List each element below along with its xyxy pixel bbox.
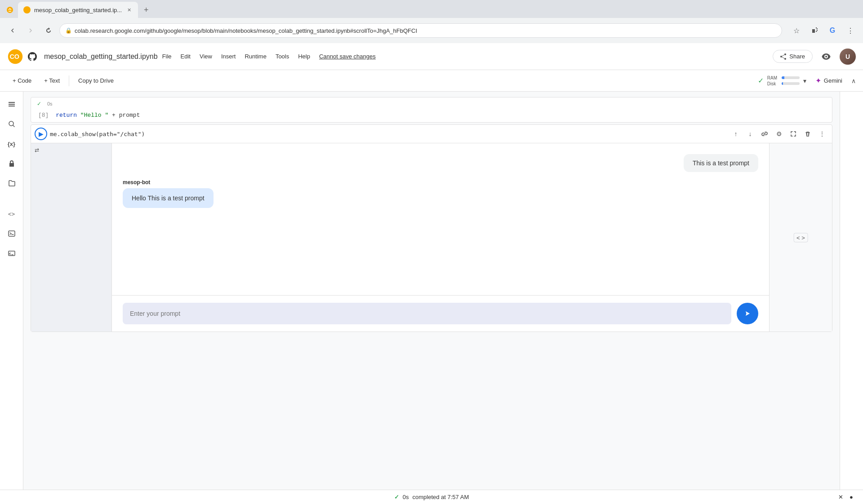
sidebar-icon-variables[interactable]: {x}	[3, 135, 21, 153]
sidebar-icon-terminal[interactable]	[3, 225, 21, 243]
cell-more-btn[interactable]: ⋮	[816, 128, 828, 140]
sidebar-icon-code[interactable]: <>	[3, 205, 21, 223]
ram-bar	[782, 76, 800, 79]
menu-view[interactable]: View	[199, 51, 213, 62]
notebook-content: ✓ 0s [8] return "Hello " + prompt ▶ me.c…	[23, 92, 840, 490]
refresh-btn[interactable]	[41, 23, 56, 38]
svg-text:CO: CO	[9, 53, 19, 60]
menu-runtime[interactable]: Runtime	[244, 51, 267, 62]
chat-input-field[interactable]	[123, 303, 731, 324]
add-code-btn[interactable]: + Code	[7, 75, 37, 87]
bot-message-container: mesop-bot Hello This is a test prompt	[123, 179, 214, 208]
menu-help[interactable]: Help	[297, 51, 311, 62]
left-sidebar: {x} <>	[0, 92, 23, 490]
extensions-btn[interactable]	[807, 23, 822, 38]
menu-insert[interactable]: Insert	[220, 51, 237, 62]
chat-collapse-btn[interactable]: < >	[793, 233, 808, 242]
svg-point-5	[784, 58, 786, 60]
cell-2-code: me.colab_show(path="/chat")	[50, 131, 145, 137]
status-expand-btn[interactable]: ✕	[836, 493, 845, 502]
chat-sidebar-toggle[interactable]: ⇄	[35, 147, 108, 153]
url-text: colab.research.google.com/github/google/…	[75, 27, 417, 34]
share-label: Share	[789, 53, 805, 60]
browser-chrome: mesop_colab_getting_started.ip... ✕ + 🔒 …	[0, 0, 863, 43]
forward-btn[interactable]	[23, 23, 38, 38]
active-tab[interactable]: mesop_colab_getting_started.ip... ✕	[18, 2, 138, 18]
status-check-icon: ✓	[394, 494, 399, 500]
chat-send-btn[interactable]	[737, 303, 758, 324]
cell-move-down-btn[interactable]: ↓	[744, 128, 756, 140]
gemini-star-icon: ✦	[815, 76, 821, 85]
cell-2-header: ▶ me.colab_show(path="/chat") ↑ ↓ ⚙	[31, 125, 832, 143]
cell-1-header: ✓ 0s	[31, 97, 832, 110]
ram-label: RAM	[767, 75, 780, 80]
more-tools-btn[interactable]: ⋮	[843, 23, 858, 38]
colab-logo-icon: CO	[7, 49, 23, 65]
gemini-label: Gemini	[824, 77, 842, 84]
toolbar-divider	[69, 75, 69, 86]
bot-message: Hello This is a test prompt	[123, 188, 214, 208]
disk-bar	[782, 82, 800, 85]
tab-close-btn[interactable]: ✕	[125, 6, 133, 13]
disk-fill	[782, 82, 783, 85]
chat-sidebar: ⇄	[31, 143, 112, 332]
tab-collapse-btn[interactable]	[4, 4, 16, 16]
status-close-icon: ●	[850, 494, 853, 500]
cell-fullscreen-btn[interactable]	[787, 128, 800, 140]
code-string-hello: "Hello "	[80, 112, 108, 119]
sidebar-icon-search[interactable]	[3, 115, 21, 133]
sidebar-icon-menu[interactable]	[3, 95, 21, 113]
github-icon	[28, 52, 37, 61]
code-cell-1: ✓ 0s [8] return "Hello " + prompt	[31, 97, 832, 123]
chat-input-area	[112, 295, 769, 332]
cell-1-time: 0s	[47, 101, 53, 106]
toolbar-collapse-btn[interactable]: ∧	[851, 77, 856, 84]
cell-2-run-btn[interactable]: ▶	[35, 128, 47, 140]
new-tab-btn[interactable]: +	[140, 4, 152, 16]
sidebar-icon-console[interactable]	[3, 244, 21, 262]
address-bar[interactable]: 🔒 colab.research.google.com/github/googl…	[59, 23, 782, 38]
user-message: This is a test prompt	[684, 154, 758, 172]
status-close-btn[interactable]: ●	[847, 493, 856, 502]
svg-point-0	[7, 7, 13, 13]
toolbar-left: + Code + Text Copy to Drive	[7, 75, 119, 87]
menu-edit[interactable]: Edit	[180, 51, 191, 62]
cell-move-up-btn[interactable]: ↑	[730, 128, 742, 140]
bot-name: mesop-bot	[123, 179, 214, 186]
menu-file[interactable]: File	[161, 51, 173, 62]
status-message: completed at 7:57 AM	[412, 494, 469, 500]
sidebar-icon-files[interactable]	[3, 174, 21, 192]
copy-to-drive-btn[interactable]: Copy to Drive	[73, 75, 119, 87]
back-btn[interactable]	[5, 23, 20, 38]
chat-right-panel: < >	[769, 143, 832, 332]
status-time: 0s	[403, 494, 409, 500]
cell-link-btn[interactable]	[758, 128, 771, 140]
status-expand-icon: ✕	[838, 494, 843, 500]
colab-logo: CO	[7, 49, 37, 65]
menu-tools[interactable]: Tools	[275, 51, 290, 62]
chat-sidebar-controls: ⇄	[31, 143, 111, 157]
colab-header: CO mesop_colab_getting_started.ipynb Fil…	[0, 43, 863, 70]
bookmark-btn[interactable]: ☆	[789, 23, 804, 38]
ram-disk-dropdown[interactable]: ▾	[803, 77, 806, 84]
user-avatar[interactable]: U	[840, 49, 856, 65]
settings-icon	[822, 52, 831, 61]
cell-1-code[interactable]: [8] return "Hello " + prompt	[31, 110, 832, 122]
send-icon	[743, 309, 752, 318]
gemini-button[interactable]: ✦ Gemini	[810, 74, 848, 88]
google-account-btn[interactable]: G	[825, 23, 840, 38]
settings-button[interactable]	[818, 49, 834, 65]
share-button[interactable]: Share	[773, 50, 813, 63]
disk-label: Disk	[767, 81, 780, 86]
colab-title: mesop_colab_getting_started.ipynb	[44, 53, 158, 61]
cell-settings-btn[interactable]: ⚙	[773, 128, 785, 140]
sidebar-icon-secrets[interactable]	[3, 155, 21, 172]
cell-delete-btn[interactable]	[801, 128, 814, 140]
browser-controls: 🔒 colab.research.google.com/github/googl…	[0, 18, 863, 43]
collapse-icon: < >	[796, 234, 805, 241]
add-text-btn[interactable]: + Text	[39, 75, 65, 87]
status-bar: ✓ 0s completed at 7:57 AM ● ✕	[0, 490, 863, 504]
cannot-save-link[interactable]: Cannot save changes	[318, 51, 377, 62]
colab-app: CO mesop_colab_getting_started.ipynb Fil…	[0, 43, 863, 504]
svg-point-4	[780, 56, 782, 57]
